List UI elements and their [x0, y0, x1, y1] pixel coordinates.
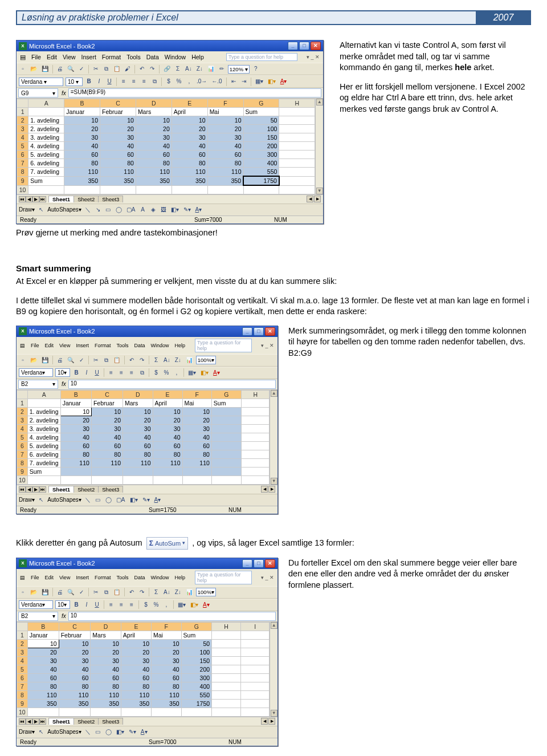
tab-sheet1[interactable]: Sheet1: [48, 196, 74, 202]
vertical-scrollbar[interactable]: ▲▼: [270, 390, 277, 485]
clipart-icon[interactable]: 🖼: [160, 205, 168, 214]
wordart-icon[interactable]: A: [139, 205, 147, 214]
undo-icon[interactable]: ↶: [138, 64, 146, 74]
redo-icon[interactable]: ↷: [148, 64, 156, 74]
save-icon[interactable]: 💾: [40, 64, 50, 74]
inc-indent-icon[interactable]: ⇥: [240, 77, 248, 86]
diagram-icon[interactable]: ◈: [149, 205, 157, 214]
status-bar: Ready Sum=7000 NUM: [17, 216, 323, 223]
menu-view[interactable]: View: [63, 54, 76, 60]
minimize-button[interactable]: _: [242, 327, 252, 336]
zoom-select[interactable]: 120% ▾: [228, 65, 250, 74]
border-icon[interactable]: ▦▾: [254, 77, 264, 86]
font-select[interactable]: Verdana ▾: [19, 78, 63, 86]
fillcolor-draw-icon[interactable]: ◧▾: [170, 205, 180, 214]
formula-bar: G9▾ fx =SUM(B9:F9): [17, 88, 323, 99]
menu-window[interactable]: Window: [165, 54, 186, 60]
italic-icon[interactable]: I: [95, 77, 103, 86]
autosum-icon[interactable]: Σ: [174, 64, 182, 74]
vertical-scrollbar[interactable]: ▲▼: [315, 99, 323, 194]
standard-toolbar: ▫ 📂 💾 🖨 🔍 ✓ ✂ ⧉ 📋 🖌 ↶ ↷ 🔗 Σ A↓ Z↓: [17, 63, 323, 75]
arrow-icon[interactable]: ↘: [94, 205, 102, 214]
side-paragraph-1: Alternativt kan vi taste Control A, som …: [340, 40, 531, 74]
menu-data[interactable]: Data: [146, 54, 159, 60]
bold-icon[interactable]: B: [85, 77, 93, 86]
menu-tools[interactable]: Tools: [126, 54, 141, 60]
help-search[interactable]: Type a question for help: [226, 53, 297, 61]
pointer-icon[interactable]: ↖: [37, 205, 45, 214]
line-icon[interactable]: ＼: [84, 205, 92, 214]
linecolor-draw-icon[interactable]: ✎▾: [182, 205, 192, 214]
menu-help[interactable]: Help: [191, 54, 204, 60]
dec-decimal-icon[interactable]: ←.0: [210, 77, 223, 86]
select-all-corner[interactable]: [17, 99, 28, 108]
sort-desc-icon[interactable]: Z↓: [195, 64, 204, 74]
worksheet-grid[interactable]: B C D E F G H I 1JanuarFebruarMarsAprilM…: [17, 622, 270, 717]
fill-color-icon[interactable]: ◧▾: [267, 77, 277, 86]
autosum-button[interactable]: Σ AutoSum ▾: [146, 537, 188, 550]
help-icon[interactable]: ?: [252, 64, 260, 74]
first-tab-icon[interactable]: ⏮: [19, 196, 26, 202]
new-icon[interactable]: ▫: [19, 64, 27, 74]
align-center-icon[interactable]: ≡: [130, 77, 138, 86]
menu-file[interactable]: File: [31, 54, 41, 60]
chart-icon[interactable]: 📊: [206, 64, 215, 74]
fx-icon[interactable]: fx: [62, 90, 66, 96]
worksheet-grid[interactable]: A B C D E F G H 1JanuarFebruarMarsAprilM…: [17, 99, 315, 194]
sort-asc-icon[interactable]: A↓: [184, 64, 193, 74]
hscroll-right-icon[interactable]: ▶: [314, 196, 321, 202]
maximize-button[interactable]: □: [299, 42, 309, 50]
close-button[interactable]: ✕: [265, 327, 275, 336]
menu-insert[interactable]: Insert: [81, 54, 96, 60]
format-painter-icon[interactable]: 🖌: [124, 64, 132, 74]
merge-icon[interactable]: ⧉: [150, 77, 158, 86]
font-size-select[interactable]: 10 ▾: [66, 78, 83, 86]
oval-icon[interactable]: ◯: [115, 205, 123, 214]
tab-sheet2[interactable]: Sheet2: [74, 196, 99, 202]
inc-decimal-icon[interactable]: .0→: [195, 77, 208, 86]
minimize-button[interactable]: _: [288, 42, 298, 50]
name-box[interactable]: G9▾: [18, 88, 58, 97]
align-right-icon[interactable]: ≡: [140, 77, 148, 86]
copy-icon[interactable]: ⧉: [102, 64, 110, 74]
section-heading-smart-summering: Smart summering: [16, 263, 531, 274]
textbox-icon[interactable]: ▢A: [125, 205, 137, 214]
hscroll-left-icon[interactable]: ◀: [307, 196, 313, 202]
name-box[interactable]: B2▾: [18, 380, 58, 389]
preview-icon[interactable]: 🔍: [66, 64, 75, 74]
next-tab-icon[interactable]: ▶: [32, 196, 39, 202]
header-year: 2007: [477, 10, 531, 25]
percent-icon[interactable]: %: [175, 77, 183, 86]
close-button[interactable]: ✕: [311, 42, 321, 50]
autoshapes-menu[interactable]: AutoShapes▾: [47, 206, 81, 213]
dec-indent-icon[interactable]: ⇤: [230, 77, 238, 86]
underline-icon[interactable]: U: [105, 77, 113, 86]
font-color-icon[interactable]: A▾: [279, 77, 288, 86]
fontcolor-draw-icon[interactable]: A▾: [194, 205, 203, 214]
doc-icon: ▤: [20, 54, 26, 60]
paste-icon[interactable]: 📋: [112, 64, 121, 74]
align-left-icon[interactable]: ≡: [120, 77, 128, 86]
spell-icon[interactable]: ✓: [77, 64, 85, 74]
comma-icon[interactable]: ,: [185, 77, 193, 86]
menubar: ▤ File Edit View Insert Format Tools Dat…: [17, 51, 323, 63]
open-icon[interactable]: 📂: [29, 64, 38, 74]
currency-icon[interactable]: $: [165, 77, 173, 86]
rect-icon[interactable]: ▭: [104, 205, 112, 214]
menu-edit[interactable]: Edit: [47, 54, 57, 60]
last-tab-icon[interactable]: ⏭: [39, 196, 46, 202]
link-icon[interactable]: 🔗: [162, 64, 172, 74]
prev-tab-icon[interactable]: ◀: [26, 196, 32, 202]
worksheet-grid[interactable]: A B C D E F G H 1JanuarFebruarMarsAprilM…: [17, 390, 270, 485]
tab-sheet3[interactable]: Sheet3: [98, 196, 123, 202]
help-search[interactable]: Type a question for help: [195, 339, 252, 352]
menu-format[interactable]: Format: [102, 54, 121, 60]
formula-input[interactable]: =SUM(B9:F9): [68, 88, 321, 97]
draw-menu[interactable]: Draw▾: [19, 206, 35, 213]
titlebar: X Microsoft Excel - Book2 _ □ ✕: [17, 40, 323, 51]
drawing-icon[interactable]: ✏: [218, 64, 226, 74]
maximize-button[interactable]: □: [254, 327, 264, 336]
print-icon[interactable]: 🖨: [56, 64, 64, 74]
cut-icon[interactable]: ✂: [92, 64, 100, 74]
col-header[interactable]: A: [28, 99, 64, 108]
